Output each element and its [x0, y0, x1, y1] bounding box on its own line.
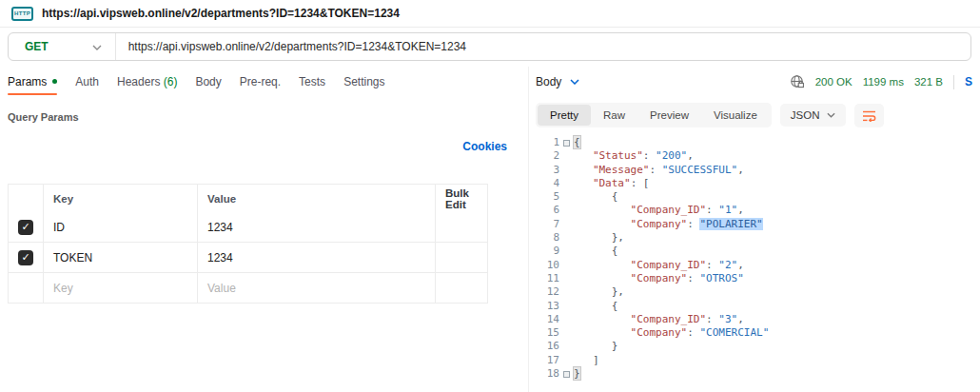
token-brace: { — [574, 136, 580, 148]
url-input[interactable]: https://api.vipsweb.online/v2/department… — [116, 40, 466, 53]
token-str: "3" — [718, 313, 737, 325]
line-number: 12 — [529, 285, 559, 299]
token-str: "COMERCIAL" — [699, 326, 769, 339]
tab-prereq[interactable]: Pre-req. — [240, 75, 281, 88]
save-response-button[interactable]: S — [965, 75, 972, 88]
token-punc: , — [737, 164, 744, 176]
tab-body[interactable]: Body — [195, 75, 221, 88]
token-punc: { — [612, 190, 618, 203]
line-number: 10 — [529, 259, 559, 272]
http-badge-icon: HTTP — [11, 7, 33, 21]
line-number: 9 — [529, 245, 559, 258]
response-body-dropdown[interactable]: Body — [536, 75, 579, 88]
tab-label: Headers — [117, 75, 160, 88]
cookies-link[interactable]: Cookies — [462, 140, 507, 153]
postman-app-window: HTTP https://api.vipsweb.online/v2/depar… — [0, 0, 980, 392]
format-dropdown[interactable]: JSON — [780, 104, 847, 127]
network-globe-lock-icon[interactable] — [790, 74, 805, 89]
tab-tests[interactable]: Tests — [299, 75, 325, 88]
code-line: 13 { — [529, 300, 980, 313]
view-tab-visualize[interactable]: Visualize — [701, 105, 770, 126]
view-mode-segmented-control: PrettyRawPreviewVisualize — [536, 103, 772, 127]
fold-toggle-icon[interactable] — [563, 140, 570, 147]
token-punc: : — [687, 326, 699, 339]
token-punc: }, — [612, 231, 624, 244]
checkbox-checked[interactable]: ✓ — [18, 220, 33, 235]
line-number: 1 — [529, 136, 559, 149]
param-extra-cell — [435, 212, 487, 242]
request-url-bar: GET https://api.vipsweb.online/v2/depart… — [8, 32, 971, 61]
token-punc: }, — [612, 285, 624, 298]
request-pane: ParamsAuthHeaders (6)BodyPre-req.TestsSe… — [0, 67, 529, 392]
tab-label: Tests — [299, 75, 325, 88]
tab-headers[interactable]: Headers (6) — [117, 75, 177, 88]
value-column-header: Value — [197, 185, 435, 212]
code-text: "Company_ID": "1", — [574, 204, 744, 217]
wrap-text-button[interactable] — [854, 104, 884, 127]
tab-count-badge: (6) — [160, 75, 177, 88]
table-row: ✓TOKEN1234 — [9, 242, 487, 272]
token-punc: : — [643, 149, 656, 162]
view-tab-preview[interactable]: Preview — [637, 105, 701, 126]
line-number: 2 — [529, 149, 559, 163]
token-key: "Company_ID" — [631, 259, 706, 271]
token-punc: { — [612, 300, 618, 312]
table-row-placeholder: KeyValue — [9, 272, 487, 303]
tab-params[interactable]: Params — [8, 75, 57, 88]
view-tab-raw[interactable]: Raw — [591, 105, 637, 126]
tab-settings[interactable]: Settings — [343, 75, 384, 88]
checkbox-column-header — [9, 185, 43, 212]
response-meta: 200 OK 1199 ms 321 B S — [790, 74, 972, 89]
tab-auth[interactable]: Auth — [75, 75, 99, 88]
view-tab-pretty[interactable]: Pretty — [538, 105, 591, 126]
param-value-input[interactable]: Value — [197, 273, 435, 303]
gutter — [559, 140, 574, 147]
token-key: "Company" — [631, 272, 688, 284]
line-number: 16 — [529, 340, 559, 353]
checkbox-cell: ✓ — [9, 212, 43, 242]
unsaved-changes-dot — [52, 79, 57, 84]
code-line: 6 "Company_ID": "1", — [529, 204, 980, 217]
token-str: "2" — [718, 259, 737, 271]
code-line: 15 "Company": "COMERCIAL" — [529, 326, 980, 340]
checkbox-cell: ✓ — [9, 243, 43, 272]
code-line: 8 }, — [529, 231, 980, 245]
request-tabs: ParamsAuthHeaders (6)BodyPre-req.TestsSe… — [8, 73, 528, 90]
param-value-cell[interactable]: 1234 — [197, 212, 435, 242]
wrap-text-icon — [862, 109, 876, 122]
code-text: "Company": "POLARIER" — [574, 218, 763, 231]
bulk-edit-button[interactable]: Bulk Edit — [435, 185, 487, 212]
param-key-cell[interactable]: ID — [43, 212, 197, 242]
param-value-cell[interactable]: 1234 — [197, 243, 435, 272]
gutter — [559, 371, 574, 378]
code-line: 11 "Company": "OTROS" — [529, 272, 980, 285]
token-key: "Data" — [593, 177, 631, 189]
token-key: "Company" — [631, 218, 688, 230]
code-line: 7 "Company": "POLARIER" — [529, 218, 980, 231]
response-body-code-viewer[interactable]: 1{2 "Status": "200",3 "Message": "SUCCES… — [529, 136, 980, 392]
code-line: 3 "Message": "SUCCESSFUL", — [529, 164, 980, 177]
method-selector[interactable]: GET — [9, 40, 49, 53]
code-text: "Company": "COMERCIAL" — [574, 326, 769, 340]
response-size: 321 B — [914, 76, 943, 88]
code-line: 12 }, — [529, 285, 980, 299]
token-punc: : — [706, 204, 718, 216]
code-text: { — [574, 245, 617, 258]
fold-toggle-icon[interactable] — [563, 371, 570, 378]
token-punc: : — [706, 313, 718, 325]
response-time: 1199 ms — [863, 76, 904, 88]
checkbox-checked[interactable]: ✓ — [18, 250, 33, 265]
code-line: 17 ] — [529, 354, 980, 367]
token-str: "1" — [718, 204, 737, 216]
code-text: "Company_ID": "2", — [574, 259, 744, 272]
code-text: "Status": "200", — [574, 149, 694, 163]
request-tab-header[interactable]: HTTP https://api.vipsweb.online/v2/depar… — [0, 0, 980, 28]
chevron-down-icon[interactable] — [92, 45, 102, 50]
code-line: 14 "Company_ID": "3", — [529, 313, 980, 326]
line-number: 5 — [529, 190, 559, 204]
param-key-input[interactable]: Key — [43, 273, 197, 303]
param-key-cell[interactable]: TOKEN — [43, 243, 197, 272]
token-punc: : — [649, 164, 661, 176]
token-punc: : — [706, 259, 718, 271]
response-body-label: Body — [536, 75, 561, 88]
